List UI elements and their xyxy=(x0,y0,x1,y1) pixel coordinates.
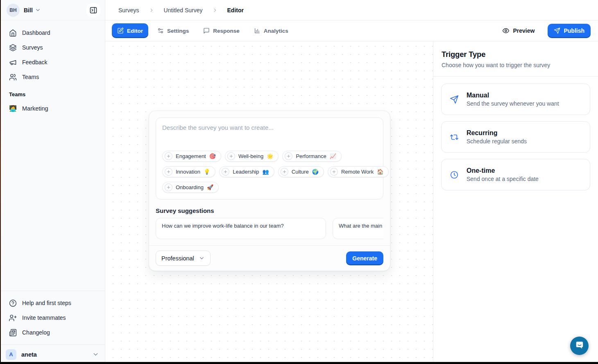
sidebar-item-help[interactable]: Help and first steps xyxy=(5,296,100,310)
chevron-down-icon xyxy=(199,255,205,261)
topic-chip-innovation[interactable]: Innovation 💡 xyxy=(162,166,215,177)
breadcrumb-untitled-survey[interactable]: Untitled Survey xyxy=(164,7,203,14)
house-emoji-icon: 🏠 xyxy=(377,169,383,175)
suggestion-card[interactable]: How can we improve work-life balance in … xyxy=(156,218,326,239)
clock-icon xyxy=(450,170,459,179)
suggestions-heading: Survey suggestions xyxy=(156,207,383,214)
chip-label: Remote Work xyxy=(341,169,374,175)
home-icon xyxy=(9,29,17,37)
tab-bar: Editor Settings Response Analytics xyxy=(105,20,598,41)
sidebar-footer-nav: Help and first steps Invite teammates Ch… xyxy=(0,291,105,344)
trigger-option-recurring[interactable]: Recurring Schedule regular sends xyxy=(441,121,590,153)
chip-label: Performance xyxy=(296,153,326,159)
topic-chip-onboarding[interactable]: Onboarding 🚀 xyxy=(162,182,219,193)
trigger-option-title: Manual xyxy=(467,92,559,99)
tab-label: Editor xyxy=(127,28,143,34)
people-emoji-icon: 👥 xyxy=(263,169,269,175)
bar-chart-icon xyxy=(254,27,260,34)
survey-description-input[interactable] xyxy=(162,124,377,151)
topic-chip-remote-work[interactable]: Remote Work 🏠 xyxy=(328,166,389,177)
trigger-option-texts: One-time Send once at a specific date xyxy=(467,167,539,182)
window-left-edge xyxy=(0,0,1,364)
tab-response[interactable]: Response xyxy=(198,23,245,38)
trigger-options: Manual Send the survey whenever you want… xyxy=(433,77,598,197)
preview-button[interactable]: Preview xyxy=(502,27,535,34)
sidebar: BH Bill Dashboard xyxy=(0,0,105,364)
panel-collapse-icon xyxy=(89,6,97,14)
chevron-down-icon xyxy=(92,351,99,358)
breadcrumb-surveys[interactable]: Surveys xyxy=(118,7,139,14)
topic-chip-culture[interactable]: Culture 🌍 xyxy=(278,166,324,177)
chip-label: Engagement xyxy=(176,153,206,159)
trigger-option-manual[interactable]: Manual Send the survey whenever you want xyxy=(441,84,590,115)
breadcrumb-editor: Editor xyxy=(227,7,244,14)
suggestion-card[interactable]: What are the main ob xyxy=(333,218,383,239)
plus-icon xyxy=(281,168,288,176)
user-plus-icon xyxy=(9,314,17,322)
plus-icon xyxy=(165,152,172,160)
message-square-icon xyxy=(203,27,210,34)
trigger-option-title: Recurring xyxy=(467,129,527,137)
plus-icon xyxy=(165,183,172,191)
chip-label: Leadership xyxy=(233,169,259,175)
collapse-sidebar-button[interactable] xyxy=(86,3,101,18)
sidebar-item-invite[interactable]: Invite teammates xyxy=(5,311,100,325)
chip-label: Onboarding xyxy=(176,184,204,190)
globe-emoji-icon: 🌍 xyxy=(312,169,319,175)
trigger-option-title: One-time xyxy=(467,167,539,174)
chat-launcher-button[interactable] xyxy=(570,337,589,355)
trigger-option-description: Schedule regular sends xyxy=(467,138,527,145)
trigger-panel-header: Trigger Type Choose how you want to trig… xyxy=(433,41,598,77)
user-menu[interactable]: A aneta xyxy=(0,344,105,364)
repeat-icon xyxy=(450,133,459,142)
chevron-right-icon xyxy=(149,7,154,13)
workspace-name[interactable]: Bill xyxy=(24,7,33,14)
topic-chip-leadership[interactable]: Leadership 👥 xyxy=(219,166,274,177)
layers-icon xyxy=(9,44,17,52)
tab-label: Analytics xyxy=(264,28,288,34)
suggestion-text: What are the main ob xyxy=(339,223,383,229)
send-icon xyxy=(554,27,560,34)
editor-canvas[interactable]: Engagement 🎯 Well-being 🌟 xyxy=(105,41,433,364)
breadcrumb: Surveys Untitled Survey Editor xyxy=(105,0,598,20)
topic-chip-engagement[interactable]: Engagement 🎯 xyxy=(162,151,221,162)
publish-label: Publish xyxy=(564,27,584,34)
chevron-right-icon xyxy=(212,7,218,13)
tab-analytics[interactable]: Analytics xyxy=(249,23,294,38)
plus-icon xyxy=(165,168,172,176)
trigger-option-texts: Manual Send the survey whenever you want xyxy=(467,92,559,107)
sidebar-item-label: Feedback xyxy=(22,59,47,66)
megaphone-icon xyxy=(9,59,17,66)
topic-chip-well-being[interactable]: Well-being 🌟 xyxy=(225,151,279,162)
sidebar-item-changelog[interactable]: Changelog xyxy=(5,326,100,339)
publish-button[interactable]: Publish xyxy=(548,24,591,38)
sidebar-item-label: Surveys xyxy=(22,44,43,51)
sidebar-item-teams[interactable]: Teams xyxy=(5,70,100,84)
tone-select[interactable]: Professional xyxy=(156,251,211,266)
chart-emoji-icon: 📈 xyxy=(330,153,336,159)
trigger-option-one-time[interactable]: One-time Send once at a specific date xyxy=(441,159,590,190)
sidebar-item-feedback[interactable]: Feedback xyxy=(5,55,100,69)
workspace-avatar[interactable]: BH xyxy=(7,4,20,17)
generator-footer: Professional Generate xyxy=(149,245,390,271)
panel-subtitle: Choose how you want to trigger the surve… xyxy=(442,62,590,68)
topic-chip-performance[interactable]: Performance 📈 xyxy=(282,151,342,162)
sidebar-item-surveys[interactable]: Surveys xyxy=(5,41,100,54)
sidebar-item-label: Invite teammates xyxy=(22,314,66,321)
technologist-emoji-icon: 🧑‍💻 xyxy=(9,105,17,112)
generate-button[interactable]: Generate xyxy=(346,251,383,265)
window-bottom-edge xyxy=(0,362,598,364)
newspaper-icon xyxy=(9,329,17,337)
plus-icon xyxy=(330,168,338,176)
tab-editor[interactable]: Editor xyxy=(112,23,148,38)
sliders-icon xyxy=(157,27,164,34)
suggestions-row: How can we improve work-life balance in … xyxy=(156,218,383,239)
trigger-option-description: Send once at a specific date xyxy=(467,176,539,182)
chip-row: Engagement 🎯 Well-being 🌟 xyxy=(162,151,377,162)
tab-settings[interactable]: Settings xyxy=(152,23,194,38)
sidebar-item-dashboard[interactable]: Dashboard xyxy=(5,26,100,40)
rocket-emoji-icon: 🚀 xyxy=(207,184,213,190)
sidebar-team-marketing[interactable]: 🧑‍💻 Marketing xyxy=(5,102,100,115)
dart-emoji-icon: 🎯 xyxy=(209,153,216,159)
eye-icon xyxy=(502,27,510,34)
